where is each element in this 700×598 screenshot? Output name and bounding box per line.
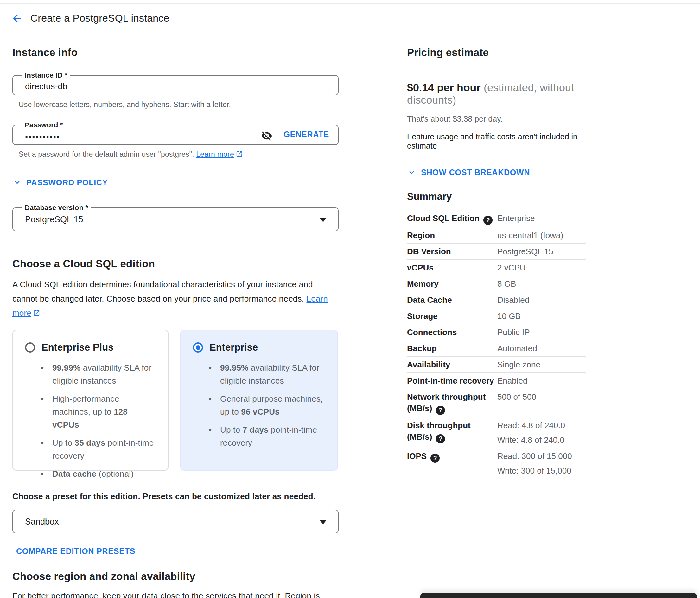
summary-row-value: Public IP <box>497 327 586 338</box>
bullet-icon: • <box>209 362 220 388</box>
password-learn-more-link[interactable]: Learn more <box>196 150 234 158</box>
edition-card-enterprise-plus[interactable]: Enterprise Plus•99.99% availability SLA … <box>12 330 169 471</box>
password-label: Password * <box>22 121 66 129</box>
dropdown-arrow-icon <box>320 520 327 524</box>
price-per-hour: $0.14 per hour <box>407 81 480 94</box>
summary-row-label: Region <box>407 230 497 241</box>
summary-row-label: Cloud SQL Edition? <box>407 213 497 225</box>
summary-row-label: Disk throughput (MB/s)? <box>407 420 497 446</box>
region-description: For better performance, keep your data c… <box>12 589 329 598</box>
instance-id-field[interactable]: Instance ID * <box>12 75 339 95</box>
benefit-item: •Up to 7 days point-in-time recovery <box>209 423 331 449</box>
benefit-item: •99.99% availability SLA for eligible in… <box>41 362 161 388</box>
bullet-icon: • <box>41 437 52 463</box>
back-arrow-icon <box>11 13 23 24</box>
summary-row-label: Network throughput (MB/s)? <box>407 391 497 415</box>
bullet-icon: • <box>209 393 220 418</box>
password-helper: Set a password for the default admin use… <box>19 150 339 159</box>
radio-unselected-icon[interactable] <box>25 342 35 352</box>
bullet-icon: • <box>209 423 220 449</box>
visibility-off-icon <box>261 130 272 142</box>
edition-card-title: Enterprise Plus <box>42 342 114 353</box>
compare-edition-presets-button[interactable]: COMPARE EDITION PRESETS <box>16 547 135 556</box>
summary-row-value: Read: 4.8 of 240.0Write: 4.8 of 240.0 <box>497 420 586 446</box>
summary-row-value: Single zone <box>497 359 586 370</box>
preset-value: Sandbox <box>25 517 59 526</box>
summary-row-value: Enabled <box>497 375 586 387</box>
preset-select[interactable]: Sandbox <box>12 509 339 533</box>
summary-row-value: Enterprise <box>497 213 586 225</box>
summary-row-value: Disabled <box>497 294 586 306</box>
benefit-item: •High-performance machines, up to 128 vC… <box>41 393 161 431</box>
summary-row: Disk throughput (MB/s)?Read: 4.8 of 240.… <box>407 417 586 448</box>
summary-row: Data CacheDisabled <box>407 292 586 308</box>
summary-row: Regionus-central1 (Iowa) <box>407 227 586 243</box>
pricing-panel: Pricing estimate $0.14 per hour (estimat… <box>407 33 588 479</box>
help-icon[interactable]: ? <box>436 434 445 443</box>
summary-row-label: Connections <box>407 327 497 338</box>
external-link-icon <box>33 309 40 317</box>
summary-row: vCPUs2 vCPU <box>407 259 586 276</box>
summary-row-label: DB Version <box>407 246 497 257</box>
summary-row-label: Point-in-time recovery <box>407 375 497 387</box>
edition-heading: Choose a Cloud SQL edition <box>12 258 339 270</box>
edition-card-enterprise[interactable]: Enterprise•99.95% availability SLA for e… <box>180 330 338 471</box>
help-icon[interactable]: ? <box>483 216 493 225</box>
price-per-day: That's about $3.38 per day. <box>407 114 588 124</box>
chevron-down-icon <box>407 168 417 177</box>
summary-row-label: Backup <box>407 343 497 354</box>
bullet-icon: • <box>41 393 52 431</box>
back-button[interactable] <box>9 11 25 26</box>
summary-row-value: Automated <box>497 343 586 354</box>
radio-selected-icon[interactable] <box>193 342 203 352</box>
help-icon[interactable]: ? <box>436 406 445 415</box>
summary-row-label: Availability <box>407 359 497 370</box>
generate-password-button[interactable]: GENERATE <box>284 130 329 139</box>
database-version-select[interactable]: Database version * PostgreSQL 15 <box>12 207 339 231</box>
summary-row-value: 500 of 500 <box>497 391 586 415</box>
password-visibility-toggle[interactable] <box>260 130 273 143</box>
edition-card-title: Enterprise <box>209 342 258 353</box>
summary-row: Network throughput (MB/s)?500 of 500 <box>407 389 586 417</box>
password-policy-label: PASSWORD POLICY <box>26 178 108 187</box>
summary-row: DB VersionPostgreSQL 15 <box>407 243 586 259</box>
summary-table: Cloud SQL Edition?EnterpriseRegionus-cen… <box>407 210 586 479</box>
chevron-down-icon <box>12 178 22 187</box>
create-postgresql-instance-page: Create a PostgreSQL instance Instance in… <box>0 0 700 598</box>
summary-row: BackupAutomated <box>407 340 586 356</box>
summary-row: AvailabilitySingle zone <box>407 356 586 372</box>
summary-row-label: Data Cache <box>407 294 497 306</box>
page-title: Create a PostgreSQL instance <box>30 13 169 24</box>
summary-row-label: IOPS? <box>407 450 497 476</box>
summary-row-label: vCPUs <box>407 262 497 273</box>
preset-instruction: Choose a preset for this edition. Preset… <box>12 492 339 501</box>
edition-description-text: A Cloud SQL edition determines foundatio… <box>12 280 313 303</box>
summary-row-value: 10 GB <box>497 310 586 322</box>
summary-row-label: Memory <box>407 278 497 290</box>
benefit-item: •Data cache (optional) <box>41 468 161 480</box>
external-link-icon <box>236 150 243 158</box>
benefit-item: •Up to 35 days point-in-time recovery <box>41 437 161 463</box>
benefit-item: •99.95% availability SLA for eligible in… <box>209 362 331 388</box>
summary-row-value: 2 vCPU <box>497 262 586 273</box>
summary-row: ConnectionsPublic IP <box>407 324 586 340</box>
password-policy-toggle[interactable]: PASSWORD POLICY <box>12 178 108 187</box>
summary-row-label: Storage <box>407 310 497 322</box>
bullet-icon: • <box>41 468 52 480</box>
summary-row: Memory8 GB <box>407 276 586 292</box>
price-line: $0.14 per hour (estimated, without disco… <box>407 81 588 106</box>
edition-benefits-list: •99.95% availability SLA for eligible in… <box>209 362 331 449</box>
help-icon[interactable]: ? <box>430 453 440 463</box>
pricing-heading: Pricing estimate <box>407 47 588 58</box>
summary-row: IOPS?Read: 300 of 15,000Write: 300 of 15… <box>407 448 586 479</box>
summary-row-value: PostgreSQL 15 <box>497 246 586 257</box>
instance-id-helper: Use lowercase letters, numbers, and hyph… <box>19 100 339 109</box>
benefit-item: •General purpose machines, up to 96 vCPU… <box>209 393 331 418</box>
password-field[interactable]: Password * GENERATE <box>12 125 339 145</box>
instance-form: Instance info Instance ID * Use lowercas… <box>12 33 339 598</box>
show-cost-breakdown-toggle[interactable]: SHOW COST BREAKDOWN <box>407 168 530 177</box>
price-disclaimer: Feature usage and traffic costs aren't i… <box>407 132 588 150</box>
instance-info-heading: Instance info <box>12 47 339 58</box>
edition-description: A Cloud SQL edition determines foundatio… <box>12 277 340 320</box>
summary-row: Cloud SQL Edition?Enterprise <box>407 210 586 227</box>
